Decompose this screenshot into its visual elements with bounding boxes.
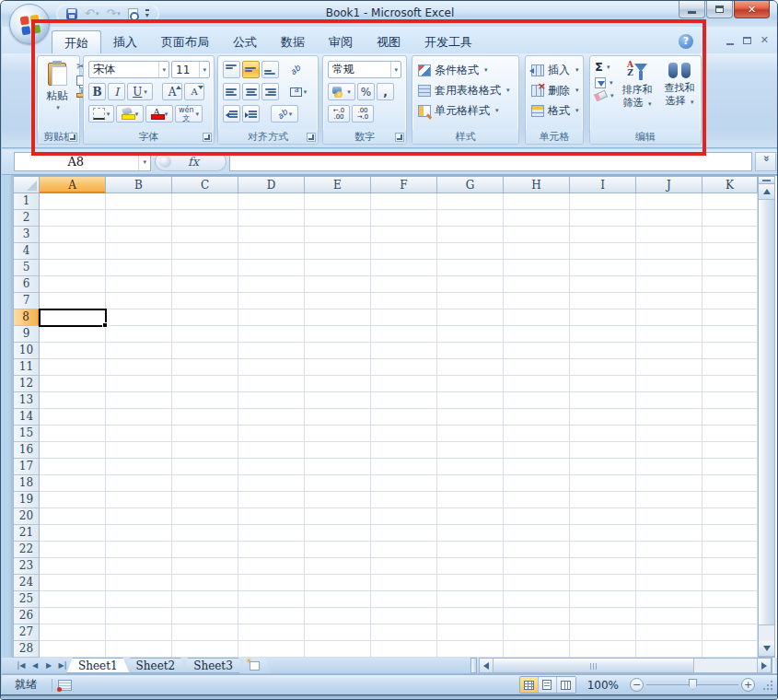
cell-J3[interactable] bbox=[636, 227, 703, 243]
cell-I24[interactable] bbox=[570, 575, 636, 591]
cell-A15[interactable] bbox=[40, 426, 106, 442]
ribbon-tab-7[interactable]: 视图 bbox=[365, 30, 412, 53]
row-header-27[interactable]: 27 bbox=[14, 624, 40, 641]
cell-D27[interactable] bbox=[238, 624, 305, 641]
cell-G22[interactable] bbox=[437, 542, 504, 558]
cell-J7[interactable] bbox=[636, 293, 703, 309]
cell-F20[interactable] bbox=[371, 508, 437, 525]
cell-G1[interactable] bbox=[437, 193, 504, 210]
cell-F22[interactable] bbox=[371, 542, 437, 558]
cell-B26[interactable] bbox=[106, 608, 172, 624]
cell-K21[interactable] bbox=[703, 525, 758, 542]
cell-A22[interactable] bbox=[40, 542, 106, 558]
row-header-17[interactable]: 17 bbox=[14, 459, 40, 475]
name-box[interactable]: A8 ▾ bbox=[14, 152, 151, 171]
cell-E8[interactable] bbox=[305, 309, 371, 326]
cell-A16[interactable] bbox=[40, 442, 106, 459]
cell-J2[interactable] bbox=[636, 210, 703, 227]
cell-D15[interactable] bbox=[238, 426, 305, 442]
cell-F13[interactable] bbox=[371, 392, 437, 409]
cell-I4[interactable] bbox=[570, 243, 636, 260]
cell-B27[interactable] bbox=[106, 624, 172, 641]
cell-D3[interactable] bbox=[238, 227, 305, 243]
cell-A25[interactable] bbox=[40, 591, 106, 608]
cell-H24[interactable] bbox=[504, 575, 570, 591]
cell-E27[interactable] bbox=[305, 624, 371, 641]
vertical-scroll-thumb[interactable] bbox=[759, 200, 774, 625]
italic-button[interactable]: I bbox=[108, 83, 125, 100]
cell-D13[interactable] bbox=[238, 392, 305, 409]
cell-I7[interactable] bbox=[570, 293, 636, 309]
cell-E20[interactable] bbox=[305, 508, 371, 525]
cell-G24[interactable] bbox=[437, 575, 504, 591]
cell-I6[interactable] bbox=[570, 276, 636, 293]
row-header-26[interactable]: 26 bbox=[14, 608, 40, 624]
cell-K28[interactable] bbox=[703, 641, 758, 658]
scroll-up-button[interactable] bbox=[759, 184, 774, 200]
top-align-button[interactable] bbox=[223, 61, 240, 78]
column-header-H[interactable]: H bbox=[504, 176, 570, 193]
cell-G12[interactable] bbox=[437, 376, 504, 392]
cell-J25[interactable] bbox=[636, 591, 703, 608]
cell-H15[interactable] bbox=[504, 426, 570, 442]
row-header-6[interactable]: 6 bbox=[14, 276, 40, 293]
zoom-out-button[interactable]: − bbox=[630, 678, 644, 692]
cell-H4[interactable] bbox=[504, 243, 570, 260]
row-header-5[interactable]: 5 bbox=[14, 260, 40, 276]
align-center-button[interactable] bbox=[242, 83, 260, 100]
cell-A12[interactable] bbox=[40, 376, 106, 392]
cell-C17[interactable] bbox=[172, 459, 238, 475]
cell-B28[interactable] bbox=[106, 641, 172, 658]
cell-D22[interactable] bbox=[238, 542, 305, 558]
cell-J18[interactable] bbox=[636, 475, 703, 492]
cell-J24[interactable] bbox=[636, 575, 703, 591]
cell-K15[interactable] bbox=[703, 426, 758, 442]
cell-G28[interactable] bbox=[437, 641, 504, 658]
cell-H27[interactable] bbox=[504, 624, 570, 641]
column-header-J[interactable]: J bbox=[636, 176, 703, 193]
cell-J28[interactable] bbox=[636, 641, 703, 658]
cell-E24[interactable] bbox=[305, 575, 371, 591]
row-header-28[interactable]: 28 bbox=[14, 641, 40, 658]
cell-I10[interactable] bbox=[570, 343, 636, 359]
vertical-split-handle[interactable] bbox=[759, 177, 774, 184]
cell-A2[interactable] bbox=[40, 210, 106, 227]
cell-H2[interactable] bbox=[504, 210, 570, 227]
vertical-scrollbar[interactable] bbox=[758, 176, 775, 658]
fill-button[interactable] bbox=[595, 77, 606, 88]
cell-E6[interactable] bbox=[305, 276, 371, 293]
cell-A4[interactable] bbox=[40, 243, 106, 260]
cell-E21[interactable] bbox=[305, 525, 371, 542]
cell-E25[interactable] bbox=[305, 591, 371, 608]
cell-C23[interactable] bbox=[172, 558, 238, 575]
row-header-16[interactable]: 16 bbox=[14, 442, 40, 459]
cell-H19[interactable] bbox=[504, 492, 570, 508]
cell-B3[interactable] bbox=[106, 227, 172, 243]
cell-E5[interactable] bbox=[305, 260, 371, 276]
sheet-tab-1[interactable]: Sheet1 bbox=[66, 658, 130, 673]
cell-J16[interactable] bbox=[636, 442, 703, 459]
cell-K10[interactable] bbox=[703, 343, 758, 359]
cell-J21[interactable] bbox=[636, 525, 703, 542]
cell-G9[interactable] bbox=[437, 326, 504, 343]
close-button[interactable]: ✕ bbox=[734, 1, 770, 18]
cell-B25[interactable] bbox=[106, 591, 172, 608]
cell-F16[interactable] bbox=[371, 442, 437, 459]
cell-C20[interactable] bbox=[172, 508, 238, 525]
styles-item-1[interactable]: 条件格式▾ bbox=[414, 60, 514, 80]
shrink-font-button[interactable]: A bbox=[184, 83, 204, 100]
styles-item-3[interactable]: 单元格样式▾ bbox=[414, 100, 514, 121]
cell-D26[interactable] bbox=[238, 608, 305, 624]
cell-I1[interactable] bbox=[570, 193, 636, 210]
cell-J14[interactable] bbox=[636, 409, 703, 426]
customize-qat-button[interactable]: ▾ bbox=[144, 6, 151, 22]
cell-I13[interactable] bbox=[570, 392, 636, 409]
clipboard-dialog-launcher[interactable] bbox=[68, 133, 77, 142]
cell-A23[interactable] bbox=[40, 558, 106, 575]
cell-E2[interactable] bbox=[305, 210, 371, 227]
cell-G25[interactable] bbox=[437, 591, 504, 608]
office-button[interactable] bbox=[9, 4, 50, 44]
cells-item-1[interactable]: 插入▾ bbox=[528, 60, 583, 80]
column-header-D[interactable]: D bbox=[238, 176, 305, 193]
number-dialog-launcher[interactable] bbox=[395, 133, 404, 142]
